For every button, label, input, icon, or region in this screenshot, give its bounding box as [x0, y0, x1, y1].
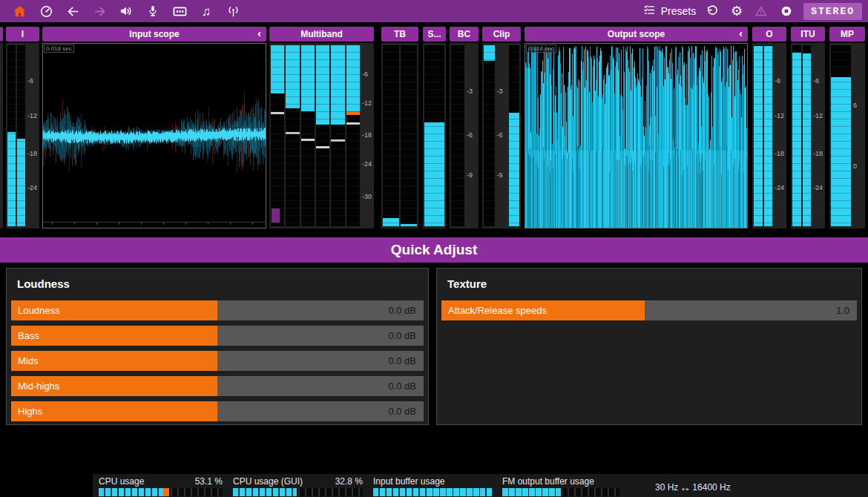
gear-icon[interactable]: ⚙ [729, 0, 745, 22]
meter-bar [316, 45, 329, 125]
scale-label: -6 [362, 70, 368, 78]
meter-column-multiband: Multiband -6-12-18-24-30 [269, 27, 374, 228]
grid-overlay [484, 45, 495, 226]
slider-row[interactable]: Bass0.0 dB [11, 326, 424, 346]
status-meter-orange [163, 488, 169, 496]
meter-header-o[interactable]: O [752, 27, 786, 42]
input-scope-header[interactable]: Input scope ‹ [42, 27, 266, 42]
scale-label: -12 [362, 99, 372, 107]
quick-adjust-bar: Quick Adjust [0, 237, 868, 263]
status-label-row: FM output buffer usage [502, 476, 619, 487]
antenna-icon[interactable] [220, 0, 246, 22]
freq-high: 16400 Hz [692, 482, 730, 493]
slider-value: 0.0 dB [388, 401, 416, 421]
status-label: Input buffer usage [373, 476, 445, 487]
slider-value: 0.0 dB [388, 376, 416, 396]
status-meter-fill [99, 488, 163, 496]
meter-bar [509, 113, 520, 226]
meter-header-s[interactable]: S... [423, 27, 446, 42]
double-arrow-icon: ↔ [680, 481, 691, 493]
meter-header-multiband[interactable]: Multiband [269, 27, 374, 42]
loudness-panel: Loudness Loudness0.0 dBBass0.0 dBMids0.0… [6, 268, 429, 425]
scale-label: -24 [362, 160, 372, 168]
meter-header-i[interactable]: I [6, 27, 39, 42]
slider-fill [11, 351, 217, 371]
meter-bar [831, 77, 851, 226]
forward-arrow-icon[interactable] [86, 0, 113, 22]
gauge-icon[interactable] [33, 0, 59, 22]
meter-header-mp[interactable]: MP [829, 27, 865, 42]
warning-icon [753, 0, 769, 22]
back-arrow-icon[interactable] [59, 0, 86, 22]
speaker-icon[interactable] [113, 0, 139, 22]
status-items: CPU usage53.1 %CPU usage (GUI)32.8 %Inpu… [99, 476, 630, 496]
home-icon[interactable] [6, 0, 33, 22]
undo-icon[interactable] [704, 0, 720, 22]
peak-marker [271, 112, 284, 114]
slider-label: Attack/Release speeds [448, 300, 547, 320]
scale-label: -12 [27, 112, 37, 119]
slider-label: Loudness [18, 300, 59, 320]
meter-column-tb: TB [381, 27, 418, 228]
scale-label: -18 [27, 150, 37, 157]
meter-column-input-level: I -6-12-18-24 [6, 27, 39, 228]
meter-bar [271, 45, 284, 93]
scale-label: -12 [775, 112, 784, 119]
collapse-chevron[interactable]: ‹ [739, 27, 743, 39]
meter-scale: -3-6-9 [496, 45, 507, 226]
scale-label: -24 [27, 184, 37, 191]
meter-lane [509, 45, 520, 226]
meter-lane [401, 45, 417, 226]
slider-label: Bass [18, 326, 39, 346]
collapse-chevron[interactable]: ‹ [257, 27, 261, 39]
status-label: FM output buffer usage [502, 476, 594, 487]
cassette-icon[interactable] [166, 0, 193, 22]
meter-scale: 60 [852, 45, 864, 226]
music-note-icon[interactable]: ♫ [193, 0, 220, 22]
meter-column-s: S... [423, 27, 446, 228]
slider-value: 0.0 dB [388, 326, 416, 346]
slider-label: Highs [18, 401, 42, 421]
slider-value: 0.0 dB [388, 300, 416, 320]
meter-lane [424, 45, 444, 226]
scale-label: 0 [853, 162, 857, 170]
slider-row[interactable]: Mids0.0 dB [11, 351, 424, 371]
meter-header-itu[interactable]: ITU [791, 27, 825, 42]
meter-lane [271, 45, 284, 226]
scope-time-label: 0.018 sec [526, 45, 556, 53]
scale-label: -6 [467, 131, 473, 139]
meter-bar [484, 45, 495, 61]
meter-column-itu: ITU -6-12-18-24 [791, 27, 825, 228]
status-meter [99, 488, 223, 496]
peak-marker [316, 146, 329, 148]
microphone-icon[interactable] [139, 0, 166, 22]
toolbar-right-group: Presets ⚙ STEREO [643, 0, 862, 22]
scale-label: -18 [362, 131, 372, 139]
meter-bar [424, 122, 444, 226]
meter-lane [484, 45, 495, 226]
meter-header-clip[interactable]: Clip [482, 27, 521, 42]
slider-row[interactable]: Attack/Release speeds1.0 [441, 300, 857, 320]
grid-overlay [383, 45, 399, 226]
meter-lane [831, 45, 851, 226]
meter-bar [286, 45, 299, 108]
slider-row[interactable]: Mid-highs0.0 dB [11, 376, 424, 396]
status-item: FM output buffer usage [502, 476, 619, 496]
slider-row[interactable]: Loudness0.0 dB [11, 300, 424, 320]
scale-label: -6 [27, 77, 33, 85]
meter-header-bc[interactable]: BC [450, 27, 479, 42]
record-stop-icon[interactable] [777, 0, 795, 22]
status-item: CPU usage (GUI)32.8 % [233, 476, 363, 496]
output-scope-header[interactable]: Output scope ‹ [525, 27, 748, 42]
channel-mode-badge[interactable]: STEREO [803, 3, 862, 20]
slider-row[interactable]: Highs0.0 dB [11, 401, 424, 421]
status-value: 53.1 % [195, 476, 223, 487]
status-meter-fill [502, 488, 561, 496]
meter-header-tb[interactable]: TB [381, 27, 418, 42]
meter-lane [451, 45, 464, 226]
presets-button[interactable]: Presets [643, 4, 696, 19]
status-value: 32.8 % [335, 476, 363, 487]
status-meter-fill [373, 488, 492, 496]
purple-indicator [272, 208, 280, 223]
panel-title: Loudness [17, 277, 424, 290]
